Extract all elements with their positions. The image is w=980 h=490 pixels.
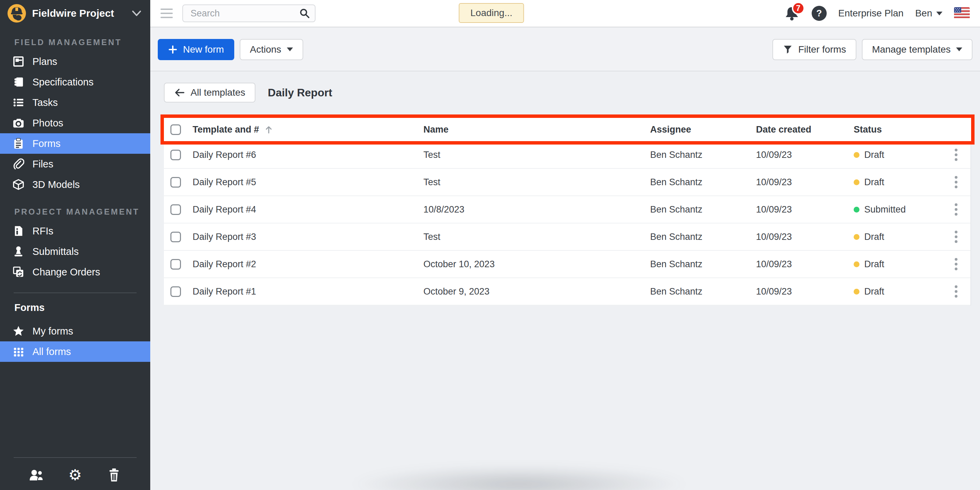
row-checkbox[interactable]	[170, 150, 181, 160]
row-checkbox[interactable]	[170, 177, 181, 188]
status-label: Draft	[864, 177, 885, 188]
status-dot	[854, 179, 859, 185]
sort-arrow-up-icon	[264, 125, 274, 134]
row-checkbox[interactable]	[170, 259, 181, 270]
cell-status: Draft	[854, 286, 948, 297]
user-menu[interactable]: Ben	[915, 8, 942, 19]
filter-funnel-icon	[783, 45, 793, 55]
column-header-status[interactable]: Status	[854, 124, 949, 135]
row-checkbox[interactable]	[170, 231, 181, 242]
table-row[interactable]: Daily Report #5 Test Ben Schantz 10/09/2…	[164, 169, 970, 196]
column-header-date-created[interactable]: Date created	[756, 124, 854, 135]
forms-table: Template and # Name Assignee Date create…	[164, 118, 971, 305]
table-row[interactable]: Daily Report #6 Test Ben Schantz 10/09/2…	[164, 142, 970, 169]
sidebar-item-label: Specifications	[32, 77, 94, 88]
status-label: Draft	[864, 231, 885, 242]
status-dot	[854, 289, 859, 295]
sidebar-item-plans[interactable]: Plans	[0, 51, 150, 72]
help-icon[interactable]: ?	[812, 6, 827, 21]
sidebar-item-submittals[interactable]: Submittals	[0, 241, 150, 262]
column-header-assignee[interactable]: Assignee	[650, 124, 756, 135]
arrow-left-icon	[174, 87, 185, 98]
sidebar-item-label: Change Orders	[32, 267, 100, 278]
cell-status: Draft	[854, 177, 948, 188]
new-form-label: New form	[183, 44, 224, 55]
sidebar-item-specifications[interactable]: Specifications	[0, 72, 150, 92]
grid-dots-icon	[12, 345, 25, 358]
cell-date-created: 10/09/23	[756, 259, 854, 270]
status-label: Draft	[864, 259, 885, 270]
notification-count-badge: 7	[792, 2, 805, 15]
status-dot	[854, 262, 859, 267]
cell-date-created: 10/09/23	[756, 177, 854, 188]
column-header-template[interactable]: Template and #	[192, 124, 423, 135]
trash-icon[interactable]	[107, 468, 122, 482]
caret-down-icon	[956, 48, 962, 51]
sidebar-item-change-orders[interactable]: Change Orders	[0, 262, 150, 282]
cell-assignee: Ben Schantz	[650, 177, 756, 188]
cell-template: Daily Report #1	[192, 286, 423, 297]
row-checkbox[interactable]	[170, 286, 181, 297]
table-row[interactable]: Daily Report #2 October 10, 2023 Ben Sch…	[164, 251, 970, 278]
cell-name: Test	[423, 231, 650, 242]
cell-template: Daily Report #3	[192, 231, 423, 242]
stamp-icon	[12, 245, 25, 258]
search-icon[interactable]	[299, 8, 310, 20]
manage-templates-label: Manage templates	[872, 44, 951, 55]
table-row[interactable]: Daily Report #1 October 9, 2023 Ben Scha…	[164, 278, 970, 305]
cell-template: Daily Report #2	[192, 259, 423, 270]
status-label: Submitted	[864, 204, 906, 215]
new-form-button[interactable]: New form	[158, 39, 234, 60]
status-label: Draft	[864, 286, 885, 297]
manage-templates-button[interactable]: Manage templates	[862, 39, 972, 60]
people-icon[interactable]	[29, 468, 44, 482]
sidebar-item-all-forms[interactable]: All forms	[0, 342, 150, 362]
row-kebab-menu[interactable]	[949, 255, 963, 273]
help-glyph: ?	[816, 8, 822, 19]
sidebar-item-3d-models[interactable]: 3D Models	[0, 174, 150, 195]
row-kebab-menu[interactable]	[949, 228, 963, 246]
sidebar-item-label: Files	[32, 158, 53, 170]
row-kebab-menu[interactable]	[949, 146, 963, 164]
chevron-down-icon[interactable]	[130, 7, 143, 19]
forms-icon	[12, 137, 25, 150]
change-orders-icon	[12, 266, 25, 278]
row-kebab-menu[interactable]	[949, 201, 963, 218]
gear-icon[interactable]: ⚙	[68, 468, 83, 482]
hamburger-menu-icon[interactable]	[161, 8, 173, 18]
all-templates-back-button[interactable]: All templates	[164, 83, 255, 102]
main-content: All templates Daily Report Template and …	[150, 72, 980, 490]
column-header-name[interactable]: Name	[423, 124, 650, 135]
cell-name: October 10, 2023	[423, 259, 650, 270]
row-kebab-menu[interactable]	[949, 173, 963, 191]
cube-icon	[12, 178, 25, 191]
cell-name: 10/8/2023	[423, 204, 650, 215]
sidebar-item-label: Tasks	[32, 97, 58, 109]
sidebar-item-rfis[interactable]: RFIs	[0, 221, 150, 241]
loading-toast: Loading...	[459, 3, 524, 23]
row-kebab-menu[interactable]	[949, 283, 963, 300]
table-row[interactable]: Daily Report #3 Test Ben Schantz 10/09/2…	[164, 223, 970, 251]
table-row[interactable]: Daily Report #4 10/8/2023 Ben Schantz 10…	[164, 196, 970, 223]
filter-forms-button[interactable]: Filter forms	[772, 39, 856, 60]
language-flag-us[interactable]	[954, 7, 970, 19]
user-name: Ben	[915, 8, 932, 19]
sidebar-item-photos[interactable]: Photos	[0, 113, 150, 133]
sidebar-divider	[14, 292, 137, 293]
cell-status: Draft	[854, 231, 948, 242]
search-input[interactable]	[182, 5, 315, 22]
sidebar-item-files[interactable]: Files	[0, 154, 150, 174]
select-all-checkbox[interactable]	[170, 124, 181, 135]
cell-name: Test	[423, 177, 650, 188]
sidebar-item-my-forms[interactable]: My forms	[0, 321, 150, 342]
row-checkbox[interactable]	[170, 204, 181, 215]
column-header-label: Date created	[756, 124, 811, 135]
actions-button[interactable]: Actions	[240, 39, 303, 60]
cell-template: Daily Report #5	[192, 177, 423, 188]
sidebar-item-tasks[interactable]: Tasks	[0, 92, 150, 113]
cell-name: Test	[423, 150, 650, 160]
project-switcher[interactable]: Fieldwire Project	[0, 0, 150, 27]
notifications-bell[interactable]: 7	[784, 5, 800, 22]
sidebar-item-forms[interactable]: Forms	[0, 133, 150, 154]
sidebar-item-label: Submittals	[32, 246, 78, 257]
